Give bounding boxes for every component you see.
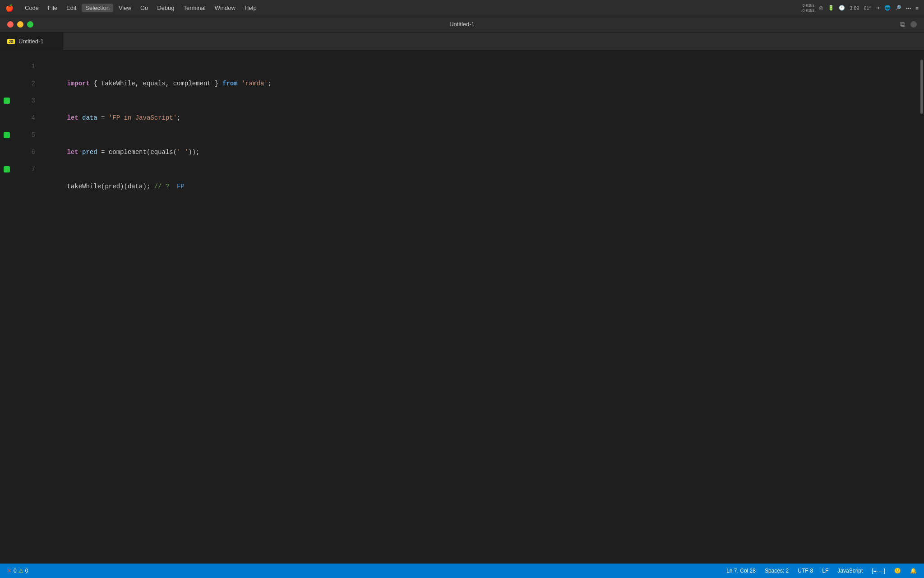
spaces-setting[interactable]: Spaces: 2: [763, 567, 790, 575]
line-num-1: 1: [14, 58, 35, 75]
tab-untitled-1[interactable]: JS Untitled-1: [0, 33, 63, 50]
keyword-let-2: let: [67, 149, 78, 156]
keyword-import: import: [67, 80, 89, 87]
error-count: 0: [14, 568, 17, 574]
menu-selection[interactable]: Selection: [82, 4, 113, 12]
menu-items: Code File Edit Selection View Go Debug T…: [21, 4, 802, 12]
menu-terminal[interactable]: Terminal: [180, 4, 209, 12]
status-left: ✕ 0 ⚠ 0: [5, 567, 30, 575]
encoding-setting[interactable]: UTF-8: [796, 567, 815, 575]
split-editor-icon[interactable]: ⧉: [900, 20, 905, 28]
line-num-7: 7: [14, 161, 35, 178]
system-status-icons: 0 KB/s 0 KB/s ◎ 🔋 🕐 3.89 61° ➜ 🌐 🔎 ••• ≡: [802, 3, 919, 13]
tab-bar: JS Untitled-1: [0, 33, 924, 51]
code-line-3: let data = 'FP in JavaScript';: [41, 92, 919, 109]
line-num-6: 6: [14, 144, 35, 161]
code-line-5: let pred = complement(equals(' '));: [41, 126, 919, 144]
more-icon: •••: [906, 5, 911, 11]
breakpoint-row-6: [0, 144, 14, 161]
line-num-3: 3: [14, 92, 35, 109]
menu-window[interactable]: Window: [211, 4, 239, 12]
arrow-icon: ➜: [876, 5, 880, 11]
breakpoint-row-1: [0, 58, 14, 75]
menu-file[interactable]: File: [44, 4, 61, 12]
breakpoint-row-2: [0, 75, 14, 92]
indent-mode[interactable]: [=----]: [870, 567, 887, 575]
warning-icon: ⚠: [18, 568, 23, 574]
comment-result: FP: [173, 183, 185, 190]
window-controls: [7, 21, 33, 28]
keyword-from: from: [222, 80, 238, 87]
string-fp-in-js: 'FP in JavaScript': [109, 114, 177, 121]
maximize-button[interactable]: [27, 21, 33, 28]
menu-code[interactable]: Code: [21, 4, 42, 12]
apple-logo-icon: 🍎: [5, 4, 14, 12]
breakpoint-row-7[interactable]: [0, 161, 14, 178]
line-num-5: 5: [14, 126, 35, 144]
var-data: data: [82, 114, 97, 121]
status-bar: ✕ 0 ⚠ 0 Ln 7, Col 28 Spaces: 2 UTF-8 LF …: [0, 564, 924, 578]
line-num-2: 2: [14, 75, 35, 92]
code-line-1: import { takeWhile, equals, complement }…: [41, 58, 919, 75]
language-mode[interactable]: JavaScript: [836, 567, 864, 575]
warning-count: 0: [25, 568, 28, 574]
string-space: ' ': [177, 149, 188, 156]
title-bar: Untitled-1 ⧉: [0, 16, 924, 33]
clock-icon: 🕐: [839, 5, 845, 11]
settings-dot-icon[interactable]: [910, 21, 917, 28]
smiley-icon[interactable]: 🙂: [892, 567, 903, 575]
breakpoint-row-5[interactable]: [0, 126, 14, 144]
title-bar-actions: ⧉: [900, 20, 917, 28]
status-right: Ln 7, Col 28 Spaces: 2 UTF-8 LF JavaScri…: [725, 567, 919, 575]
list-icon: ≡: [916, 5, 919, 11]
editor-container: 1 2 3 4 5 6 7 import { takeWhile, equals…: [0, 51, 924, 564]
code-takewhile: takeWhile(pred)(data);: [67, 183, 150, 190]
breakpoints-gutter: [0, 51, 14, 564]
line-num-4: 4: [14, 109, 35, 126]
scrollbar-thumb[interactable]: [920, 60, 923, 114]
cpu-label: 3.89: [850, 5, 859, 11]
var-pred: pred: [82, 149, 97, 156]
minimize-button[interactable]: [17, 21, 23, 28]
menu-go[interactable]: Go: [137, 4, 152, 12]
string-ramda: 'ramda': [241, 80, 268, 87]
notification-bell-icon[interactable]: 🔔: [908, 567, 919, 575]
menu-help[interactable]: Help: [241, 4, 260, 12]
wifi-icon: ◎: [819, 5, 823, 11]
globe-icon: 🌐: [884, 5, 891, 11]
breakpoint-dot-3[interactable]: [4, 98, 10, 104]
breakpoint-dot-7[interactable]: [4, 166, 10, 172]
temp-label: 61°: [864, 5, 871, 11]
keyword-let-1: let: [67, 114, 78, 121]
menu-edit[interactable]: Edit: [63, 4, 80, 12]
error-icon: ✕: [7, 568, 12, 574]
line-numbers-gutter: 1 2 3 4 5 6 7: [14, 51, 41, 564]
menu-bar: 🍎 Code File Edit Selection View Go Debug…: [0, 0, 924, 16]
breakpoint-dot-5[interactable]: [4, 132, 10, 138]
menu-view[interactable]: View: [115, 4, 135, 12]
finder-icon: 🔎: [895, 5, 901, 11]
close-button[interactable]: [7, 21, 14, 28]
code-editor[interactable]: import { takeWhile, equals, complement }…: [41, 51, 919, 564]
network-stats: 0 KB/s 0 KB/s: [802, 3, 814, 13]
comment-text: // ?: [150, 183, 173, 190]
cursor-position[interactable]: Ln 7, Col 28: [725, 567, 758, 575]
vertical-scrollbar[interactable]: [919, 51, 924, 564]
window-title: Untitled-1: [449, 21, 475, 28]
battery-icon: 🔋: [828, 5, 834, 11]
js-language-badge: JS: [7, 39, 15, 44]
code-line-7: takeWhile(pred)(data); // ? FP: [41, 161, 919, 178]
breakpoint-row-4: [0, 109, 14, 126]
errors-status[interactable]: ✕ 0 ⚠ 0: [5, 567, 30, 575]
menu-debug[interactable]: Debug: [153, 4, 178, 12]
breakpoint-row-3[interactable]: [0, 92, 14, 109]
line-ending-setting[interactable]: LF: [820, 567, 830, 575]
tab-label: Untitled-1: [18, 38, 44, 45]
